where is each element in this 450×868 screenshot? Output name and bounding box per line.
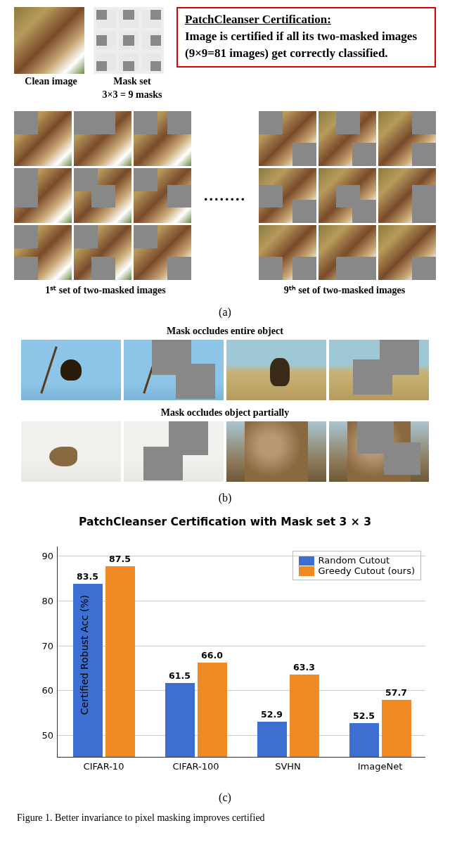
figure-caption: Figure 1. Better invariance to pixel mas… xyxy=(14,812,436,824)
bar-value-label: 52.9 xyxy=(257,709,287,720)
bird-clean xyxy=(21,340,121,400)
chart-title: PatchCleanser Certification with Mask se… xyxy=(14,516,436,528)
bar-value-label: 63.3 xyxy=(290,662,319,672)
y-tick: 80 xyxy=(41,595,58,606)
clean-image-caption: Clean image xyxy=(14,76,88,87)
bar: 87.5 xyxy=(105,566,135,757)
y-tick: 60 xyxy=(41,685,58,696)
ostrich-head-masked xyxy=(329,421,429,482)
bar-value-label: 87.5 xyxy=(105,554,135,564)
x-tick: CIFAR-10 xyxy=(84,757,124,772)
section-b: Mask occludes entire object Mask occlude… xyxy=(14,326,436,504)
bar-value-label: 83.5 xyxy=(73,571,103,582)
x-tick: SVHN xyxy=(275,757,301,772)
bar: 52.5 xyxy=(349,723,379,757)
bar: 57.7 xyxy=(382,700,411,757)
section-c: PatchCleanser Certification with Mask se… xyxy=(14,516,436,804)
bar-value-label: 52.5 xyxy=(349,710,379,721)
bar: 63.3 xyxy=(290,675,319,757)
y-axis-label: Certified Robust Acc (%) xyxy=(79,595,90,715)
ellipsis: ........ xyxy=(204,186,246,205)
ostrich-head-clean xyxy=(226,421,326,482)
bar: 52.9 xyxy=(257,722,287,757)
mask-set-caption-l1: Mask set xyxy=(94,76,171,87)
bar-value-label: 66.0 xyxy=(198,650,227,660)
occlude-entire-title: Mask occludes entire object xyxy=(14,326,436,337)
ostrich-masked xyxy=(329,340,429,400)
ostrich-clean xyxy=(226,340,326,400)
set9-caption: 9ᵗʰ set of two-masked images xyxy=(253,284,436,296)
set1-caption: 1ˢᵗ set of two-masked images xyxy=(14,284,197,296)
y-tick: 50 xyxy=(41,730,58,741)
x-tick: ImageNet xyxy=(358,757,403,772)
two-masked-set-9 xyxy=(259,111,436,280)
sparrow-masked xyxy=(124,421,224,482)
mask-grid-3x3 xyxy=(94,7,164,74)
x-tick: CIFAR-100 xyxy=(172,757,219,772)
bar-chart: Random Cutout Greedy Cutout (ours) 50607… xyxy=(18,528,432,781)
bird-masked xyxy=(124,340,224,400)
two-masked-set-1 xyxy=(14,111,191,280)
legend-blue-label: Random Cutout xyxy=(319,555,390,566)
section-a: Clean image Mask set 3×3 = 9 masks Patch… xyxy=(14,7,436,319)
bar-value-label: 57.7 xyxy=(382,687,411,698)
sparrow-clean xyxy=(21,421,121,482)
certification-body: Image is certified if all its two-masked… xyxy=(185,28,428,62)
clean-image xyxy=(14,7,84,74)
y-tick: 70 xyxy=(41,640,58,651)
y-tick: 90 xyxy=(41,550,58,561)
certification-box: PatchCleanser Certification: Image is ce… xyxy=(176,7,436,68)
clean-image-block: Clean image xyxy=(14,7,88,87)
subfigure-label-a: (a) xyxy=(14,306,436,319)
bar-value-label: 61.5 xyxy=(165,670,195,681)
mask-set-caption-l2: 3×3 = 9 masks xyxy=(94,89,171,101)
bar: 66.0 xyxy=(198,663,227,757)
subfigure-label-b: (b) xyxy=(14,492,436,504)
occlude-partial-title: Mask occludes object partially xyxy=(14,407,436,419)
certification-title: PatchCleanser Certification: xyxy=(185,13,428,27)
bar: 61.5 xyxy=(165,683,195,757)
subfigure-label-c: (c) xyxy=(14,791,436,804)
legend-orange-label: Greedy Cutout (ours) xyxy=(319,566,416,576)
mask-set-block: Mask set 3×3 = 9 masks xyxy=(94,7,171,101)
